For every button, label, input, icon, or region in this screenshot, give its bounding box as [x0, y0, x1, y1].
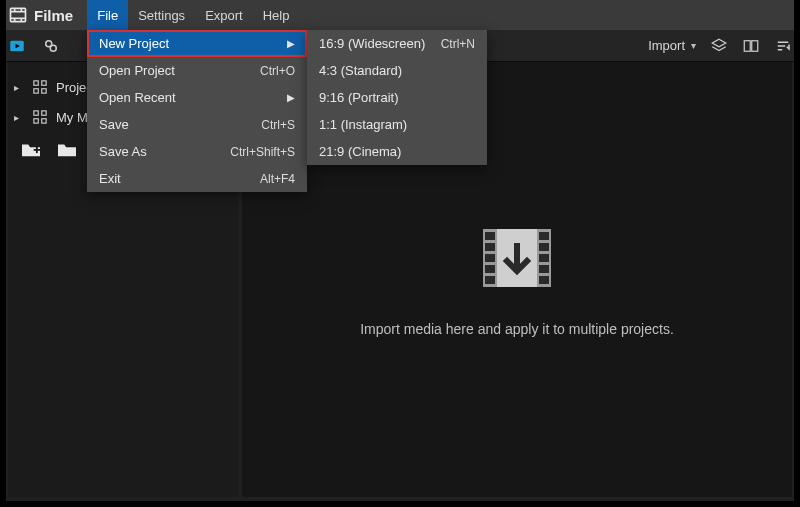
menu-exit[interactable]: Exit Alt+F4	[87, 165, 307, 192]
menu-file[interactable]: File	[87, 0, 128, 30]
svg-rect-26	[36, 147, 38, 153]
svg-rect-45	[539, 232, 549, 240]
svg-rect-17	[34, 81, 38, 85]
menu-open-project[interactable]: Open Project Ctrl+O	[87, 57, 307, 84]
expand-caret-icon: ▸	[14, 112, 24, 123]
svg-rect-49	[539, 276, 549, 284]
chevron-down-icon: ▾	[691, 40, 696, 51]
import-label: Import	[648, 38, 685, 53]
submenu-item-label: 1:1 (Instagram)	[319, 117, 407, 132]
app-window: Filme File Settings Export Help Impo	[0, 0, 800, 507]
menu-item-shortcut: Ctrl+O	[260, 64, 295, 78]
drop-text: Import media here and apply it to multip…	[360, 321, 674, 337]
menu-save[interactable]: Save Ctrl+S	[87, 111, 307, 138]
submenu-item-shortcut: Ctrl+N	[441, 37, 475, 51]
effects-tab-icon[interactable]	[42, 37, 60, 55]
import-button[interactable]: Import ▾	[648, 38, 696, 53]
menu-item-label: Open Recent	[99, 90, 281, 105]
menu-new-project[interactable]: New Project ▶	[87, 30, 307, 57]
media-tab-icon[interactable]	[8, 37, 26, 55]
menu-item-shortcut: Ctrl+S	[261, 118, 295, 132]
submenu-item-label: 21:9 (Cinema)	[319, 144, 401, 159]
svg-point-10	[50, 45, 56, 51]
toolbar-left	[8, 37, 60, 55]
menu-item-label: New Project	[99, 36, 281, 51]
svg-rect-23	[34, 119, 38, 123]
submenu-item-label: 4:3 (Standard)	[319, 63, 402, 78]
grid-view-icon[interactable]	[742, 37, 760, 55]
submenu-21-9[interactable]: 21:9 (Cinema)	[307, 138, 487, 165]
svg-rect-19	[34, 89, 38, 93]
menu-item-label: Exit	[99, 171, 260, 186]
app-logo-icon	[8, 5, 28, 25]
svg-rect-47	[539, 254, 549, 262]
svg-rect-12	[744, 40, 750, 51]
grid-icon	[32, 79, 48, 95]
svg-rect-48	[539, 265, 549, 273]
svg-rect-42	[485, 254, 495, 262]
menu-item-label: Open Project	[99, 63, 260, 78]
submenu-16-9[interactable]: 16:9 (Widescreen) Ctrl+N	[307, 30, 487, 57]
svg-rect-44	[485, 276, 495, 284]
svg-rect-13	[752, 40, 758, 51]
svg-rect-43	[485, 265, 495, 273]
menu-export[interactable]: Export	[195, 0, 253, 30]
submenu-item-label: 9:16 (Portrait)	[319, 90, 398, 105]
svg-rect-40	[485, 232, 495, 240]
svg-marker-11	[712, 39, 726, 47]
submenu-arrow-icon: ▶	[287, 38, 295, 49]
new-project-submenu-panel: 16:9 (Widescreen) Ctrl+N 4:3 (Standard) …	[307, 30, 487, 165]
menu-help[interactable]: Help	[253, 0, 300, 30]
menu-open-recent[interactable]: Open Recent ▶	[87, 84, 307, 111]
menu-item-shortcut: Alt+F4	[260, 172, 295, 186]
layers-icon[interactable]	[710, 37, 728, 55]
submenu-item-label: 16:9 (Widescreen)	[319, 36, 425, 51]
submenu-arrow-icon: ▶	[287, 92, 295, 103]
svg-rect-24	[42, 119, 46, 123]
menu-settings[interactable]: Settings	[128, 0, 195, 30]
menu-bar: Filme File Settings Export Help	[0, 0, 800, 30]
submenu-9-16[interactable]: 9:16 (Portrait)	[307, 84, 487, 111]
svg-rect-20	[42, 89, 46, 93]
toolbar-right: Import ▾	[648, 37, 792, 55]
svg-rect-18	[42, 81, 46, 85]
sort-icon[interactable]	[774, 37, 792, 55]
folder-icon[interactable]	[56, 140, 78, 162]
svg-rect-22	[42, 111, 46, 115]
menu-item-shortcut: Ctrl+Shift+S	[230, 145, 295, 159]
menu-item-label: Save As	[99, 144, 230, 159]
svg-rect-0	[11, 8, 26, 21]
svg-rect-21	[34, 111, 38, 115]
menu-save-as[interactable]: Save As Ctrl+Shift+S	[87, 138, 307, 165]
grid-icon	[32, 109, 48, 125]
submenu-4-3[interactable]: 4:3 (Standard)	[307, 57, 487, 84]
svg-rect-41	[485, 243, 495, 251]
svg-rect-46	[539, 243, 549, 251]
submenu-1-1[interactable]: 1:1 (Instagram)	[307, 111, 487, 138]
expand-caret-icon: ▸	[14, 82, 24, 93]
new-folder-icon[interactable]	[20, 140, 42, 162]
menu-item-label: Save	[99, 117, 261, 132]
app-name: Filme	[34, 7, 73, 24]
import-media-icon	[477, 223, 557, 297]
file-menu-panel: New Project ▶ Open Project Ctrl+O Open R…	[87, 30, 307, 192]
